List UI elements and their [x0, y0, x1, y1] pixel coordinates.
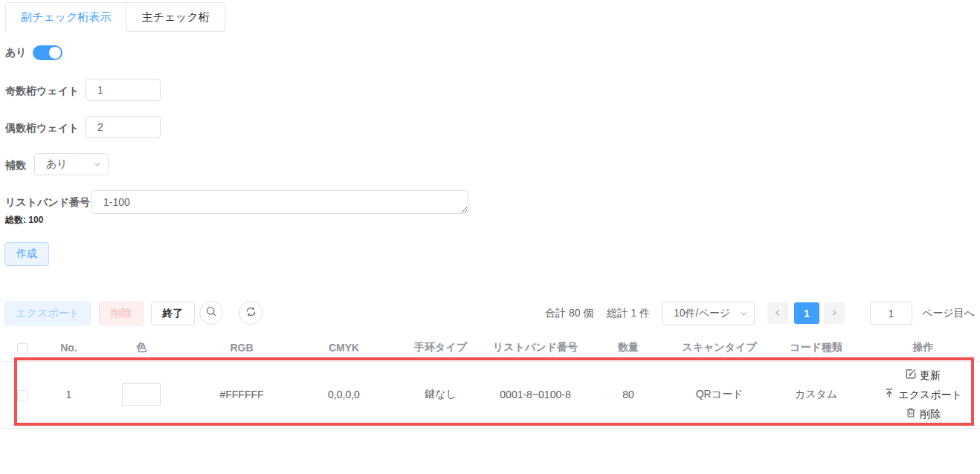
prev-page-button[interactable] [767, 302, 788, 324]
color-swatch[interactable] [122, 383, 161, 406]
row-update-label: 更新 [920, 366, 941, 385]
select-all-checkbox[interactable] [17, 343, 28, 354]
export-button[interactable]: エクスポート [4, 302, 91, 325]
row-update-link[interactable]: 更新 [866, 366, 980, 385]
cell-no: 1 [45, 361, 93, 428]
tab-sub-check-digit[interactable]: 副チェック桁表示 [6, 3, 126, 32]
cell-actions: 更新 エクスポート [866, 361, 980, 428]
odd-weight-label: 奇数桁ウェイト [5, 79, 79, 102]
col-header-color: 色 [93, 334, 190, 361]
table-header-row: No. 色 RGB CMYK 手环タイプ リストバンド番号 数量 スキャンタイプ… [0, 334, 980, 361]
cell-band-type: 鍵なし [394, 361, 487, 428]
total-items-text: 合計 80 個 [545, 307, 593, 320]
page-size-select[interactable]: 10件/ページ [662, 302, 755, 325]
cell-wristband-number: 0001-8~0100-8 [487, 361, 584, 428]
row-checkbox[interactable] [17, 390, 28, 400]
page-size-value: 10件/ページ [674, 307, 730, 320]
finish-button[interactable]: 終了 [151, 302, 195, 325]
chevron-down-icon [93, 160, 102, 169]
col-header-code-type: コード種類 [766, 334, 866, 361]
total-records-text: 総計 1 件 [607, 307, 650, 320]
odd-weight-input[interactable] [86, 79, 161, 101]
row-export-label: エクスポート [898, 385, 962, 404]
delete-button[interactable]: 削除 [99, 302, 144, 325]
row-delete-link[interactable]: 削除 [866, 404, 980, 423]
col-header-rgb: RGB [190, 334, 294, 361]
chevron-left-icon [773, 308, 782, 319]
complement-select[interactable]: あり [34, 153, 109, 175]
row-delete-label: 削除 [920, 404, 941, 423]
next-page-button[interactable] [824, 302, 845, 324]
refresh-icon [245, 306, 257, 319]
cell-rgb: #FFFFFF [190, 361, 294, 428]
create-button[interactable]: 作成 [4, 242, 49, 266]
complement-select-value: あり [46, 158, 68, 171]
page-jump-label: ページ目へ [922, 302, 975, 325]
toggle-label: あり [5, 46, 27, 59]
table-row: 1 #FFFFFF 0,0,0,0 鍵なし 0001-8~0100-8 80 Q… [0, 361, 980, 428]
col-header-wristband-number: リストバンド番号 [487, 334, 584, 361]
upload-icon [884, 385, 894, 404]
col-header-no: No. [45, 334, 93, 361]
col-header-scan-type: スキャンタイプ [673, 334, 766, 361]
cell-quantity: 80 [584, 361, 673, 428]
pagination-stats: 合計 80 個 総計 1 件 [545, 302, 650, 325]
wristband-input[interactable]: 1-100 [91, 190, 468, 214]
chevron-right-icon [830, 308, 839, 319]
col-header-cmyk: CMYK [294, 334, 394, 361]
col-header-band-type: 手环タイプ [394, 334, 487, 361]
cell-scan-type: QRコード [673, 361, 766, 428]
tab-bar: 副チェック桁表示 主チェック桁 [5, 2, 225, 32]
total-note: 総数: 100 [5, 214, 43, 227]
toggle-knob [49, 47, 61, 59]
col-header-actions: 操作 [866, 334, 980, 361]
cell-code-type: カスタム [766, 361, 866, 428]
chevron-down-icon [739, 309, 748, 318]
even-weight-input[interactable] [86, 116, 161, 138]
search-icon [206, 306, 217, 319]
col-header-quantity: 数量 [584, 334, 673, 361]
refresh-button[interactable] [239, 301, 262, 325]
trash-icon [906, 404, 916, 423]
edit-icon [906, 366, 916, 385]
page-jump-input[interactable] [870, 302, 912, 325]
tab-main-check-digit[interactable]: 主チェック桁 [126, 3, 224, 32]
search-button[interactable] [199, 301, 223, 325]
wristband-table: No. 色 RGB CMYK 手环タイプ リストバンド番号 数量 スキャンタイプ… [0, 334, 980, 429]
complement-label: 補数 [5, 154, 26, 176]
wristband-label: リストバンド番号 [5, 190, 90, 214]
cell-cmyk: 0,0,0,0 [294, 361, 394, 428]
page-1-button[interactable]: 1 [794, 302, 819, 324]
row-export-link[interactable]: エクスポート [866, 385, 980, 404]
enabled-toggle[interactable] [33, 45, 62, 60]
even-weight-label: 偶数桁ウェイト [5, 117, 79, 139]
